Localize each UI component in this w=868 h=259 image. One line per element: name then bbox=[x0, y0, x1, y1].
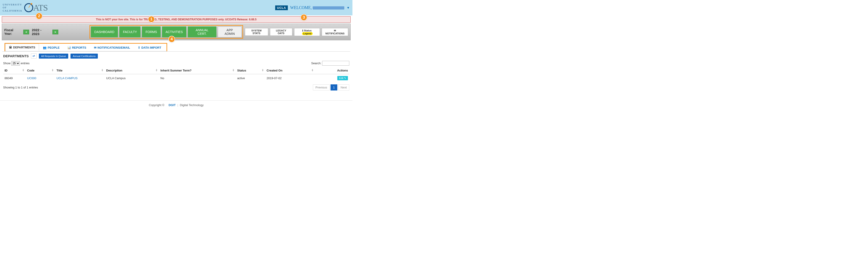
show-prefix: Show bbox=[3, 61, 11, 65]
digital-technology-text: Digital Technology bbox=[180, 104, 204, 107]
search-box: Search: bbox=[311, 61, 349, 66]
faculty-button[interactable]: FACULTY bbox=[119, 26, 141, 37]
pencil-icon: ✎ bbox=[344, 77, 346, 79]
chevron-down-icon[interactable]: ▼ bbox=[347, 6, 350, 9]
status-label: Status bbox=[304, 29, 312, 32]
envelope-icon: ✉ bbox=[334, 29, 336, 32]
all-requests-button[interactable]: All Requests In Queue bbox=[39, 54, 68, 59]
show-entries: Show 25 entries bbox=[3, 61, 30, 66]
cell-inherit: No bbox=[159, 74, 236, 82]
brand-text: ATS bbox=[33, 3, 48, 13]
tab-departments[interactable]: 🏛 DEPARTMENTS bbox=[5, 44, 39, 51]
cell-status: active bbox=[236, 74, 265, 82]
notifications-button[interactable]: ✉ NOTIFICATIONS bbox=[322, 28, 348, 36]
info-icon: ℹ bbox=[302, 29, 303, 32]
code-link[interactable]: UC000 bbox=[27, 77, 36, 80]
import-icon: ⇪ bbox=[138, 46, 140, 49]
sort-icon: ▲▼ bbox=[52, 69, 54, 71]
footer: Copyright © DGIT | Digital Technology bbox=[0, 100, 352, 110]
copyright-text: Copyright © bbox=[149, 104, 164, 107]
filter-icon-button[interactable]: ⇄ bbox=[31, 53, 37, 59]
content-header: DEPARTMENTS ⇄ All Requests In Queue Annu… bbox=[3, 53, 349, 59]
tab-data-import-label: DATA IMPORT bbox=[142, 46, 161, 49]
annual-certifications-button[interactable]: Annual Certifications bbox=[70, 54, 98, 59]
alert-banner: This is NOT your live site. This is for … bbox=[2, 16, 351, 23]
forms-button[interactable]: FORMS bbox=[142, 26, 161, 37]
clock-icon bbox=[24, 3, 33, 12]
subnav: 🏛 DEPARTMENTS 👥 PEOPLE 📊 REPORTS ✉ NOTIF… bbox=[4, 43, 167, 51]
notifications-label: NOTIFICATIONS bbox=[325, 32, 344, 35]
next-page-button[interactable]: Next bbox=[338, 84, 349, 90]
annotation-3: 3 bbox=[301, 14, 307, 21]
cell-title: UCLA CAMPUS bbox=[55, 74, 105, 82]
pagination: Previous 1 Next bbox=[313, 84, 349, 90]
departments-table: ID▲▼ Code▲▼ Title▲▼ Description▲▼ Inheri… bbox=[3, 67, 349, 82]
dgit-link[interactable]: DGIT bbox=[168, 104, 176, 107]
tab-data-import[interactable]: ⇪ DATA IMPORT bbox=[134, 44, 165, 51]
tab-reports-label: REPORTS bbox=[72, 46, 86, 49]
col-code[interactable]: Code▲▼ bbox=[26, 67, 55, 74]
table-footer: Showing 1 to 1 of 1 entries Previous 1 N… bbox=[3, 82, 349, 93]
search-label: Search: bbox=[311, 61, 321, 65]
col-inherit[interactable]: Inherit Summer Term?▲▼ bbox=[159, 67, 236, 74]
table-row: 86049 UC000 UCLA CAMPUS UCLA Campus No a… bbox=[3, 74, 349, 82]
entries-select[interactable]: 25 bbox=[11, 61, 20, 66]
tab-reports[interactable]: 📊 REPORTS bbox=[63, 44, 90, 51]
col-actions: Actions bbox=[315, 67, 349, 74]
building-icon: 🏛 bbox=[9, 46, 12, 49]
sort-icon: ▲▼ bbox=[22, 69, 24, 71]
col-description[interactable]: Description▲▼ bbox=[105, 67, 159, 74]
activities-button[interactable]: ACTIVITIES bbox=[162, 26, 186, 37]
sort-icon: ▲▼ bbox=[101, 69, 103, 71]
subnav-wrap: 🏛 DEPARTMENTS 👥 PEOPLE 📊 REPORTS ✉ NOTIF… bbox=[2, 41, 350, 52]
people-icon: 👥 bbox=[43, 46, 46, 49]
status-legend-button[interactable]: ℹ Status Legend bbox=[294, 28, 320, 36]
tab-notifications-email[interactable]: ✉ NOTIFICATIONS/EMAIL bbox=[90, 44, 134, 51]
col-title[interactable]: Title▲▼ bbox=[55, 67, 105, 74]
fiscal-year-prev-button[interactable]: < bbox=[23, 30, 29, 34]
title-link[interactable]: UCLA CAMPUS bbox=[57, 77, 78, 80]
tab-people[interactable]: 👥 PEOPLE bbox=[39, 44, 63, 51]
system-stats-button[interactable]: SYSTEM STATS bbox=[245, 28, 268, 36]
table-controls: Show 25 entries Search: bbox=[3, 59, 349, 67]
show-suffix: entries bbox=[21, 61, 30, 65]
table-info: Showing 1 to 1 of 1 entries bbox=[3, 86, 38, 89]
toolbar-right: SYSTEM STATS LEGACY OATS ℹ Status Legend… bbox=[245, 28, 348, 36]
university-text: UNIVERSITY OF CALIFORNIA bbox=[3, 3, 22, 12]
legend-badge: Legend bbox=[302, 32, 313, 35]
col-created-on[interactable]: Created On▲▼ bbox=[265, 67, 315, 74]
annual-cert-button[interactable]: ANNUAL CERT. bbox=[188, 26, 216, 37]
filter-icon: ⇄ bbox=[33, 54, 35, 58]
page-1-button[interactable]: 1 bbox=[331, 84, 337, 90]
org-line-1: UNIVERSITY bbox=[3, 3, 22, 6]
tab-people-label: PEOPLE bbox=[48, 46, 60, 49]
edit-button[interactable]: Edit ✎ bbox=[337, 76, 348, 80]
fiscal-year-label: Fiscal Year: bbox=[4, 28, 22, 35]
sort-icon: ▲▼ bbox=[232, 69, 235, 71]
fiscal-year-value: 2022 - 2023 bbox=[31, 28, 51, 36]
dashboard-button[interactable]: DASHBOARD bbox=[91, 26, 118, 37]
col-id[interactable]: ID▲▼ bbox=[3, 67, 26, 74]
cell-code: UC000 bbox=[26, 74, 55, 82]
annotation-1: 1 bbox=[148, 16, 155, 23]
brand-block: UNIVERSITY OF CALIFORNIA ATS bbox=[3, 3, 48, 13]
org-line-2: OF bbox=[3, 6, 22, 9]
annotation-4: 4 bbox=[168, 36, 175, 42]
tab-notifications-label: NOTIFICATIONS/EMAIL bbox=[98, 46, 130, 49]
legacy-oats-button[interactable]: LEGACY OATS bbox=[270, 28, 292, 36]
prev-page-button[interactable]: Previous bbox=[313, 84, 330, 90]
header-bar: UNIVERSITY OF CALIFORNIA ATS UCLA WELCOM… bbox=[0, 0, 352, 16]
chart-icon: 📊 bbox=[67, 46, 71, 49]
search-input[interactable] bbox=[322, 61, 349, 66]
tab-departments-label: DEPARTMENTS bbox=[13, 46, 35, 49]
sort-icon: ▲▼ bbox=[155, 69, 158, 71]
welcome-text[interactable]: WELCOME, bbox=[290, 5, 344, 10]
main-toolbar: Fiscal Year: < 2022 - 2023 > DASHBOARD F… bbox=[2, 24, 351, 40]
col-status[interactable]: Status▲▼ bbox=[236, 67, 265, 74]
fiscal-year-next-button[interactable]: > bbox=[53, 30, 58, 34]
org-line-3: CALIFORNIA bbox=[3, 9, 22, 12]
app-admin-button[interactable]: APP ADMIN bbox=[218, 26, 242, 37]
cell-created-on: 2019-07-02 bbox=[265, 74, 315, 82]
envelope-icon: ✉ bbox=[94, 46, 96, 49]
annotation-2: 2 bbox=[36, 13, 42, 20]
